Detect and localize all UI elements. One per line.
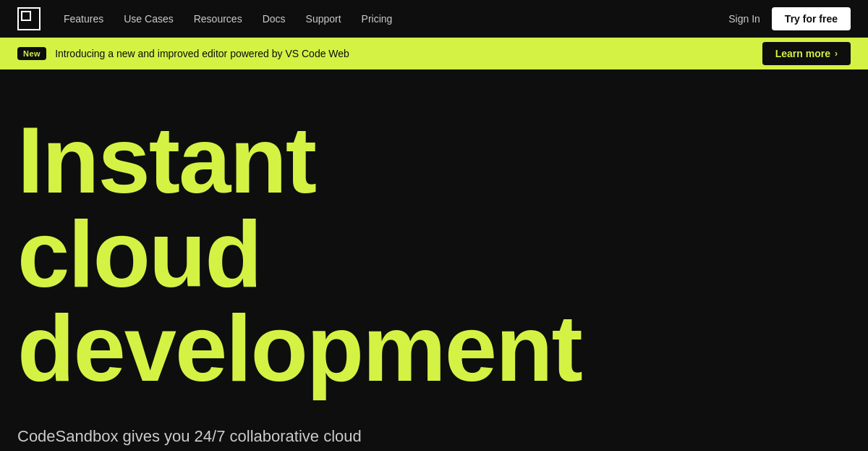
navbar-left: Features Use Cases Resources Docs Suppor…	[17, 7, 392, 30]
learn-more-button[interactable]: Learn more ›	[762, 42, 851, 65]
hero-title: Instant cloud development	[17, 113, 582, 395]
hero-title-line2: development	[17, 295, 582, 401]
nav-item-docs[interactable]: Docs	[263, 12, 286, 25]
nav-link-support[interactable]: Support	[306, 13, 341, 25]
learn-more-label: Learn more	[775, 48, 830, 59]
nav-link-resources[interactable]: Resources	[194, 13, 242, 25]
hero-section: Instant cloud development CodeSandbox gi…	[0, 69, 868, 451]
logo-icon[interactable]	[17, 7, 41, 30]
hero-subtitle: CodeSandbox gives you 24/7 collaborative…	[17, 424, 451, 451]
nav-item-resources[interactable]: Resources	[194, 12, 242, 25]
try-free-button[interactable]: Try for free	[772, 7, 851, 30]
banner-left: New Introducing a new and improved edito…	[17, 47, 349, 60]
nav-link-pricing[interactable]: Pricing	[362, 13, 393, 25]
navbar-right: Sign In Try for free	[728, 7, 851, 30]
sign-in-link[interactable]: Sign In	[728, 13, 760, 25]
nav-link-use-cases[interactable]: Use Cases	[124, 13, 173, 25]
nav-item-features[interactable]: Features	[64, 12, 103, 25]
logo-inner	[21, 11, 31, 21]
banner-text: Introducing a new and improved editor po…	[55, 48, 349, 59]
new-badge: New	[17, 47, 46, 60]
nav-item-use-cases[interactable]: Use Cases	[124, 12, 173, 25]
chevron-right-icon: ›	[835, 49, 838, 59]
nav-link-features[interactable]: Features	[64, 13, 103, 25]
nav-item-pricing[interactable]: Pricing	[362, 12, 393, 25]
navbar: Features Use Cases Resources Docs Suppor…	[0, 0, 868, 38]
nav-item-support[interactable]: Support	[306, 12, 341, 25]
nav-link-docs[interactable]: Docs	[263, 13, 286, 25]
announcement-banner: New Introducing a new and improved edito…	[0, 38, 868, 69]
nav-links: Features Use Cases Resources Docs Suppor…	[64, 12, 392, 25]
hero-title-line1: Instant cloud	[17, 107, 315, 307]
